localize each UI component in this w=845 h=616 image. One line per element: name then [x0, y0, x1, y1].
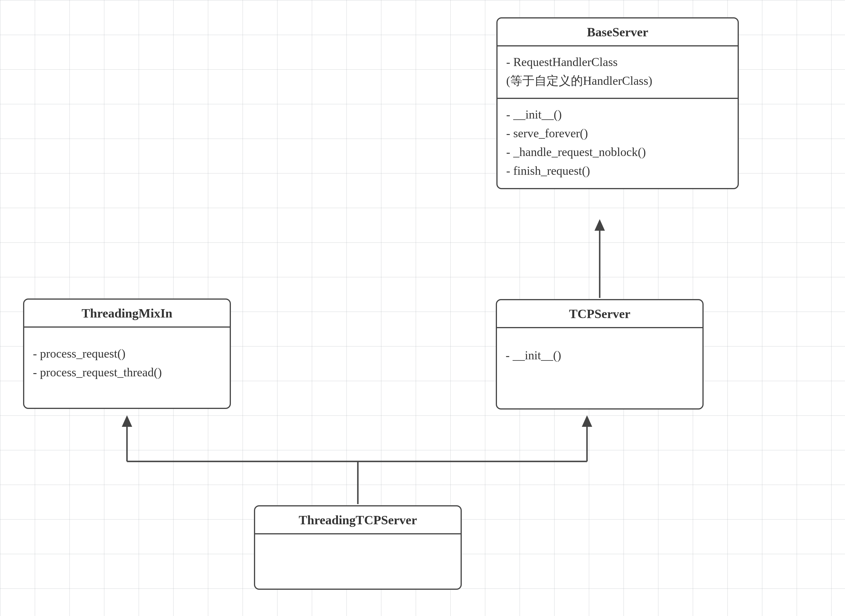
class-title: TCPServer — [497, 300, 702, 328]
class-attributes: - RequestHandlerClass (等于自定义的HandlerClas… — [498, 47, 738, 98]
svg-marker-7 — [582, 415, 592, 427]
attribute-line: (等于自定义的HandlerClass) — [506, 72, 729, 90]
class-threadingtcpserver: ThreadingTCPServer — [254, 505, 462, 590]
class-title: BaseServer — [498, 18, 738, 47]
class-title: ThreadingMixIn — [24, 300, 230, 328]
class-methods: - __init__() — [497, 328, 702, 408]
class-baseserver: BaseServer - RequestHandlerClass (等于自定义的… — [497, 17, 739, 189]
arrow-threadingtcpserver-split — [122, 415, 592, 504]
arrow-tcpserver-to-baseserver — [595, 219, 605, 298]
method-line: - __init__() — [506, 105, 729, 124]
class-methods: - process_request() - process_request_th… — [24, 328, 230, 408]
method-line: - finish_request() — [506, 161, 729, 180]
method-line: - process_request_thread() — [33, 363, 221, 382]
method-line: - serve_forever() — [506, 124, 729, 143]
class-threadingmixin: ThreadingMixIn - process_request() - pro… — [23, 298, 231, 409]
class-body — [255, 534, 461, 589]
diagram-canvas: BaseServer - RequestHandlerClass (等于自定义的… — [0, 0, 845, 616]
class-title: ThreadingTCPServer — [255, 506, 461, 534]
method-line: - _handle_request_noblock() — [506, 143, 729, 161]
attribute-line: - RequestHandlerClass — [506, 53, 729, 72]
svg-marker-1 — [595, 219, 605, 231]
method-line: - process_request() — [33, 344, 221, 363]
method-line: - __init__() — [506, 346, 694, 365]
class-methods: - __init__() - serve_forever() - _handle… — [498, 98, 738, 188]
svg-marker-5 — [122, 415, 132, 427]
class-tcpserver: TCPServer - __init__() — [496, 299, 704, 409]
